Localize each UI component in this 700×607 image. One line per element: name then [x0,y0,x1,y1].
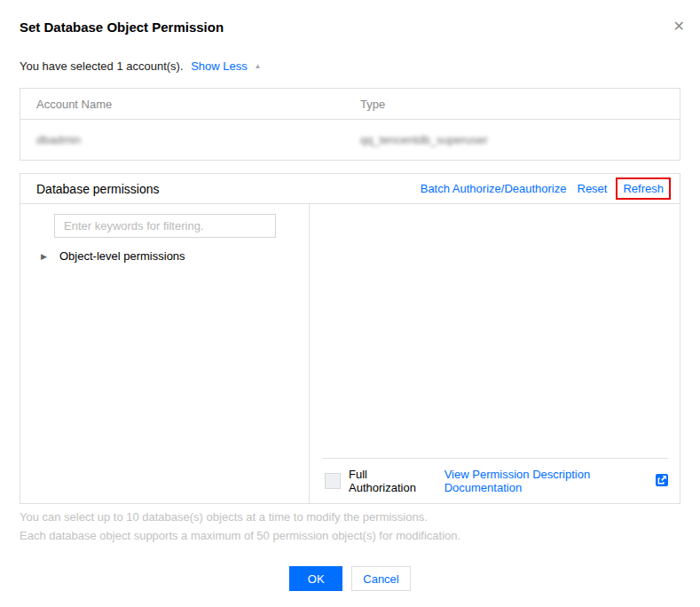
column-header-type: Type [360,98,680,111]
account-type-value: qq_tencentdb_superuser [360,133,488,146]
caret-up-icon: ▲ [254,62,261,70]
object-tree-pane: ▶ Object-level permissions [20,204,310,503]
view-permission-documentation-link[interactable]: View Permission Description Documentatio… [444,468,668,494]
permission-detail-pane: Full Authorization View Permission Descr… [310,204,680,503]
set-database-object-permission-dialog: Set Database Object Permission ✕ You hav… [0,0,700,607]
note-line: Each database object supports a maximum … [20,526,460,545]
database-permissions-body: ▶ Object-level permissions Full Authoriz… [20,204,680,503]
selection-summary: You have selected 1 account(s). Show Les… [20,59,261,73]
show-less-link[interactable]: Show Less [191,59,248,73]
full-authorization-label: Full Authorization [349,468,430,494]
batch-authorize-deauthorize-link[interactable]: Batch Authorize/Deauthorize [421,182,567,195]
doc-link-text: View Permission Description Documentatio… [444,468,651,494]
close-icon[interactable]: ✕ [673,20,685,34]
selection-summary-text: You have selected 1 account(s). [20,59,184,73]
database-permissions-title: Database permissions [36,182,160,196]
column-header-account-name: Account Name [20,98,360,111]
note-line: You can select up to 10 database(s) obje… [20,508,460,526]
tree-node-object-level-permissions[interactable]: ▶ Object-level permissions [20,249,309,263]
caret-right-icon[interactable]: ▶ [41,252,50,261]
dialog-title: Set Database Object Permission [20,20,224,35]
accounts-table: Account Name Type dbadmin qq_tencentdb_s… [20,88,680,161]
dialog-footer: OK Cancel [0,566,700,591]
filter-keywords-input[interactable] [54,214,276,238]
database-permissions-header: Database permissions Batch Authorize/Dea… [20,174,680,204]
account-name-value: dbadmin [36,133,81,146]
cancel-button[interactable]: Cancel [351,566,410,591]
footer-notes: You can select up to 10 database(s) obje… [20,508,460,545]
external-link-icon [656,474,668,489]
tree-node-label: Object-level permissions [59,249,185,263]
permission-detail-empty-area [310,204,680,458]
refresh-link[interactable]: Refresh [623,182,664,195]
full-authorization-checkbox[interactable] [325,473,341,489]
accounts-table-header: Account Name Type [20,89,680,120]
permission-detail-footer: Full Authorization View Permission Descr… [310,459,680,503]
ok-button[interactable]: OK [289,566,342,591]
reset-link[interactable]: Reset [578,182,608,195]
table-row: dbadmin qq_tencentdb_superuser [20,120,680,160]
refresh-highlight-box: Refresh [616,177,671,200]
database-permissions-panel: Database permissions Batch Authorize/Dea… [20,173,680,504]
